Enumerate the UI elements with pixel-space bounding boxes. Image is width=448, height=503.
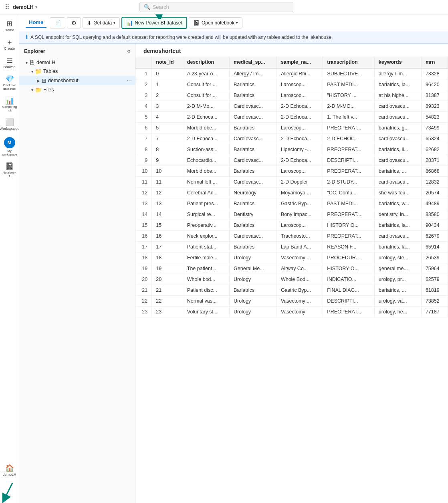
table-row: 1111Normal left ...Cardiovasc...2-D Dopp… [135, 177, 448, 188]
new-powerbi-wrapper: 📊 New Power BI dataset [121, 17, 187, 29]
browse-icon: ☰ [6, 57, 13, 64]
tree-item-demoshortcut[interactable]: ▶ ⊞ demoshortcut ··· [19, 76, 135, 85]
search-placeholder: Search [153, 4, 169, 10]
bottom-arrow-annotation [0, 479, 20, 503]
table-row: 1515Preoperativ...BariatricsLaroscop...H… [135, 220, 448, 231]
data-table: note_id description medical_sp... sample… [135, 57, 448, 317]
table-row: 1414Surgical re...DentistryBony Impac...… [135, 209, 448, 220]
top-arrow-annotation [145, 14, 170, 19]
monitoring-icon: 📊 [5, 97, 14, 104]
tree-item-tables[interactable]: ▾ 📁 Tables [19, 67, 135, 76]
table-row: 32Consult for ...BariatricsLaroscop..."H… [135, 90, 448, 101]
grid-icon: ⠿ [5, 3, 10, 11]
nav-item-workspaces[interactable]: ⬜ Workspaces [0, 116, 19, 133]
tab-home[interactable]: Home [26, 18, 46, 28]
create-icon: ＋ [6, 38, 13, 46]
database-icon: 🗄 [29, 59, 35, 66]
chevron-right-icon-shortcut: ▶ [37, 79, 40, 83]
table-row: 1818Fertile male...UrologyVasectomy ...P… [135, 253, 448, 263]
svg-line-0 [4, 483, 12, 499]
table-row: 1212Cerebral An...NeurologyMoyamoya ..."… [135, 188, 448, 198]
info-bar: ℹ A SQL endpoint for SQL querying and a … [19, 31, 448, 44]
table-row: 1616Neck explor...Cardiovasc...Tracheost… [135, 231, 448, 242]
open-notebook-chevron: ▾ [236, 21, 238, 25]
shortcut-icon: ⊞ [42, 77, 46, 84]
avatar: M [4, 137, 15, 148]
app-name: demoLH ▾ [13, 4, 37, 10]
get-data-icon: ⬇ [87, 20, 92, 26]
explorer-header: Explorer « [19, 44, 135, 58]
file-tree: ▾ 🗄 demoLH ▾ 📁 Tables ▶ ⊞ demoshortc [19, 58, 135, 503]
table-row: 65Morbid obe...BariatricsLaroscop...PREO… [135, 123, 448, 133]
workspaces-icon: ⬜ [5, 119, 14, 126]
col-medical-sp[interactable]: medical_sp... [230, 57, 277, 68]
folder-icon: 📁 [35, 68, 42, 75]
main-layout: ⊞ Home ＋ Create ☰ Browse 💎 OneLakedata h… [0, 14, 448, 503]
table-row: 772-D Echoca...Cardiovasc...2-D Echoca..… [135, 133, 448, 144]
nav-item-my-workspace[interactable]: M Myworkspace [0, 135, 19, 159]
table-header-row: note_id description medical_sp... sample… [135, 57, 448, 68]
more-options-icon[interactable]: ··· [127, 77, 132, 84]
col-description[interactable]: description [183, 57, 229, 68]
nav-item-home[interactable]: ⊞ Home [0, 18, 19, 34]
chevron-down-icon-files: ▾ [31, 88, 33, 92]
open-notebook-label: Open notebook [202, 20, 234, 26]
settings-icon: ⚙ [71, 20, 77, 26]
table-row: 1717Patient stat...BariatricsLap Band A.… [135, 242, 448, 253]
chevron-down-icon-tables: ▾ [31, 69, 33, 74]
info-icon: ℹ [26, 34, 28, 41]
toolbar-btn-settings[interactable]: ⚙ [67, 17, 81, 28]
tree-label-files: Files [43, 87, 132, 93]
table-title: demoshortcut [135, 44, 448, 57]
table-row: 542-D Echoca...Cardiovasc...2-D Echoca..… [135, 112, 448, 123]
col-mrn[interactable]: mrn [421, 57, 448, 68]
nav-item-browse[interactable]: ☰ Browse [0, 55, 19, 71]
demolh-icon: 🏠 [5, 465, 14, 472]
notebook-icon: 📓 [5, 163, 14, 170]
table-row: 1313Patient pres...BariatricsGastric Byp… [135, 198, 448, 209]
col-note-id[interactable]: note_id [152, 57, 183, 68]
nav-item-onelake[interactable]: 💎 OneLakedata hub [0, 73, 19, 93]
collapse-icon[interactable]: « [127, 48, 130, 54]
table-row: 432-D M-Mo...Cardiovasc...2-D Echoca...2… [135, 101, 448, 112]
powerbi-icon: 📊 [126, 20, 133, 26]
table-row: 2323Voluntary st...UrologyVasectomyPREOP… [135, 307, 448, 317]
nav-item-demolh[interactable]: 🏠 demoLH [0, 462, 19, 479]
chevron-icon: ▾ [35, 5, 37, 9]
table-wrapper[interactable]: note_id description medical_sp... sample… [135, 57, 448, 503]
left-nav: ⊞ Home ＋ Create ☰ Browse 💎 OneLakedata h… [0, 14, 19, 503]
col-keywords[interactable]: keywords [374, 57, 421, 68]
table-row: 10A 23-year-o...Allergy / Im...Allergic … [135, 68, 448, 79]
folder-files-icon: 📁 [35, 87, 42, 93]
top-bar: ⠿ demoLH ▾ 🔍 Search [0, 0, 448, 14]
get-data-chevron: ▾ [113, 21, 115, 25]
toolbar-btn-get-data[interactable]: ⬇ Get data ▾ [83, 17, 120, 28]
toolbar-btn-open-notebook[interactable]: 📓 Open notebook ▾ [189, 17, 242, 28]
svg-line-1 [157, 14, 159, 17]
tree-item-files[interactable]: ▾ 📁 Files [19, 85, 135, 94]
table-row: 88Suction-ass...BariatricsLipectomy -...… [135, 144, 448, 155]
get-data-label: Get data [93, 20, 112, 26]
nav-item-monitoring[interactable]: 📊 Monitoringhub [0, 95, 19, 115]
tree-item-demolh[interactable]: ▾ 🗄 demoLH [19, 58, 135, 67]
info-message: A SQL endpoint for SQL querying and a de… [30, 34, 333, 40]
table-row: 1010Morbid obe...BariatricsLaroscop...PR… [135, 166, 448, 177]
tree-label-demolh: demoLH [36, 60, 132, 65]
home-icon: ⊞ [6, 20, 12, 27]
table-row: 99Echocardio...Cardiovasc...2-D Echoca..… [135, 155, 448, 166]
nav-item-create[interactable]: ＋ Create [0, 36, 19, 53]
col-transcription[interactable]: transcription [323, 57, 375, 68]
body-split: Explorer « ▾ 🗄 demoLH ▾ 📁 Tables [19, 44, 448, 503]
explorer-panel: Explorer « ▾ 🗄 demoLH ▾ 📁 Tables [19, 44, 135, 503]
table-area: demoshortcut note_id description medical… [135, 44, 448, 503]
search-icon: 🔍 [144, 4, 150, 10]
table-row: 21Consult for ...BariatricsLaroscop...PA… [135, 79, 448, 90]
search-box[interactable]: 🔍 Search [139, 2, 293, 12]
tree-label-tables: Tables [43, 69, 132, 74]
nav-item-notebook[interactable]: 📓 Notebook 1 [0, 160, 19, 180]
table-row: 2121Patient disc...BariatricsGastric Byp… [135, 285, 448, 296]
col-sample-na[interactable]: sample_na... [276, 57, 323, 68]
top-bar-left: ⠿ demoLH ▾ [5, 3, 37, 11]
table-row: 2020Whole bod...UrologyWhole Bod...INDIC… [135, 274, 448, 285]
toolbar-btn-new-file[interactable]: 📄 [50, 17, 65, 28]
